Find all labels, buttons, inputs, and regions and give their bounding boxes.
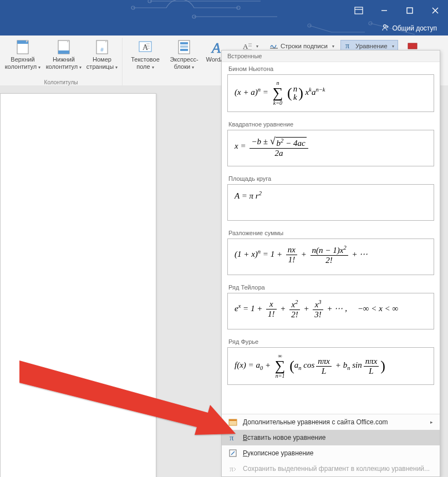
svg-point-2 [192,15,196,18]
footer-button[interactable]: Нижнийколонтитул ▾ [43,38,84,70]
page-number-button[interactable]: # Номерстраницы ▾ [84,38,120,70]
svg-rect-37 [229,419,237,421]
eq-preview: ex = 1 + x1! + x22! + x33! + ⋯ , −∞ < x … [227,293,434,329]
svg-point-0 [131,6,135,9]
share-label: Общий доступ [392,24,437,32]
textbox-icon: A [138,39,153,55]
document-page[interactable] [0,93,156,477]
svg-text:A: A [243,42,248,50]
eq-title: Ряд Фурье [228,338,433,345]
share-icon [381,24,389,33]
eq-preview: (x + a)n = n∑k=0 (nk) xkan−k [227,74,434,112]
equation-item-circle-area[interactable]: Площадь круга A = π r2 [227,175,434,221]
svg-rect-25 [180,42,188,44]
pi-icon: π [344,42,353,50]
equation-gallery-header: Встроенные [222,50,440,62]
quick-label-1: Экспресс- [170,56,198,63]
equation-gallery-list[interactable]: Бином Ньютона (x + a)n = n∑k=0 (nk) xkan… [222,62,440,414]
eq-title: Площадь круга [228,175,433,182]
app-window: Общий доступ Верхнийколонтитул ▾ Нижнийк… [0,0,448,477]
quick-label-2: блоки [174,63,190,70]
office-icon [228,418,237,427]
eq-title: Разложение суммы [228,230,433,236]
footer-label-2: колонтитул [46,63,78,70]
more-label: Дополнительные уравнения с сайта Office.… [243,418,388,426]
signature-label: Строки подписи [281,43,328,49]
secondary-bar: Общий доступ [0,21,448,35]
eq-title: Бином Ньютона [228,65,433,72]
eq-title: Квадратное уравнение [228,121,433,128]
svg-rect-26 [180,45,188,48]
textbox-button[interactable]: A Текстовоеполе ▾ [125,38,166,70]
equation-item-taylor[interactable]: Ряд Тейлора ex = 1 + x1! + x22! + x33! +… [227,284,434,329]
svg-rect-4 [355,7,363,14]
textbox-label-1: Текстовое [131,56,160,63]
svg-text:A: A [142,43,149,52]
svg-point-1 [237,6,240,9]
share-button[interactable]: Общий доступ [381,24,437,33]
svg-point-12 [384,24,386,27]
svg-text:π: π [230,433,234,442]
eq-preview: f(x) = a0 + ∞∑n=1 (an cosnπxL + bn sinnπ… [227,347,434,385]
header-button[interactable]: Верхнийколонтитул ▾ [2,38,43,70]
ink-label: Рукописное уравнение [243,449,313,457]
equation-item-quadratic[interactable]: Квадратное уравнение x = −b ± √b2 − 4ac … [227,121,434,166]
group-headers-footers: Верхнийколонтитул ▾ Нижнийколонтитул ▾ #… [0,38,123,88]
svg-rect-27 [180,49,188,51]
insert-label: Вставить новое уравнение [243,434,325,442]
ink-equation[interactable]: Рукописное уравнение [222,445,440,461]
signature-icon [269,42,278,50]
pagenum-label-1: Номер [93,56,111,63]
pagenum-label-2: страницы [86,63,114,70]
header-label-2: колонтитул [5,63,37,70]
footer-label-1: Нижний [53,56,75,63]
eq-preview: x = −b ± √b2 − 4ac 2a [227,130,434,166]
maximize-button[interactable] [397,0,422,21]
quickparts-icon [177,39,191,55]
close-button[interactable] [422,0,448,21]
svg-text:A: A [211,40,221,55]
equation-gallery-footer: Дополнительные уравнения с сайта Office.… [222,414,440,476]
svg-rect-35 [408,43,417,49]
equation-item-fourier[interactable]: Ряд Фурье f(x) = a0 + ∞∑n=1 (an cosnπxL … [227,338,434,385]
svg-point-10 [308,24,311,27]
page-number-icon: # [95,39,109,55]
equation-item-binomial[interactable]: Бином Ньютона (x + a)n = n∑k=0 (nk) xkan… [227,65,434,112]
minimize-button[interactable] [371,0,397,21]
group-label-headers: Колонтитулы [44,79,78,85]
header-label-1: Верхний [11,56,34,63]
svg-point-3 [148,0,151,3]
svg-text:π: π [230,465,233,473]
eq-title: Ряд Тейлора [228,284,433,291]
header-icon [16,39,30,55]
save-label: Сохранить выделенный фрагмент в коллекци… [243,465,430,473]
pi-icon: π [228,433,237,442]
footer-icon [57,39,71,55]
equation-item-binomial-expansion[interactable]: Разложение суммы (1 + x)n = 1 + nx1! + n… [227,230,434,275]
ink-icon [228,449,237,458]
insert-new-equation[interactable]: π Вставить новое уравнение [222,430,440,445]
svg-rect-16 [58,50,69,54]
group-text: A Текстовоеполе ▾ Экспресс-блоки ▾ A Wor… [123,38,232,88]
quickparts-button[interactable]: Экспресс-блоки ▾ [166,38,202,70]
svg-text:π: π [345,42,349,49]
svg-rect-7 [407,8,413,13]
eq-preview: A = π r2 [227,184,434,221]
svg-point-11 [369,22,372,25]
textbox-label-2: поле [136,63,150,70]
notes-button[interactable] [346,0,371,21]
save-pi-icon: π [228,464,237,473]
eq-preview: (1 + x)n = 1 + nx1! + n(n − 1)x22! + ⋯ [227,238,434,275]
save-to-gallery: π Сохранить выделенный фрагмент в коллек… [222,461,440,476]
svg-text:#: # [100,46,104,53]
equation-label: Уравнение [355,43,388,49]
more-equations-office[interactable]: Дополнительные уравнения с сайта Office.… [222,414,440,430]
titlebar [0,0,448,21]
equation-gallery-panel: Встроенные Бином Ньютона (x + a)n = n∑k=… [221,50,440,477]
